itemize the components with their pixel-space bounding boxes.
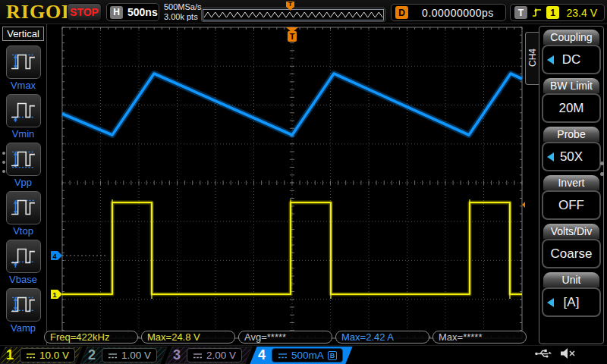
channel-number: 3 <box>173 346 181 364</box>
softkey-value: [A] <box>542 287 601 317</box>
channel-number: 4 <box>258 346 266 364</box>
measure-item-label: Vmax <box>11 80 36 91</box>
measure-item-label: Vmin <box>12 128 35 140</box>
measure-item-vbase[interactable]: Vbase <box>0 240 46 285</box>
vamp-icon <box>6 288 41 322</box>
waveform-ch1-glow <box>62 202 522 294</box>
measurement-readout-2: Max=24.8 V <box>141 331 235 344</box>
vpp-icon <box>6 143 41 176</box>
softkey-volts-div[interactable]: Volts/Div Coarse <box>542 224 601 268</box>
measure-item-vmax[interactable]: Vmax <box>0 46 46 91</box>
softkey-value: Coarse <box>542 239 601 268</box>
speaker-muted-icon <box>560 347 577 359</box>
softkey-title: BW Limit <box>543 78 599 93</box>
softkey-arrow-icon <box>547 55 554 64</box>
acquisition-info: 500MSa/s 3.00k pts <box>164 2 202 22</box>
softkey-arrow-icon <box>547 298 554 307</box>
measurement-readout-5: Max=***** <box>432 331 527 344</box>
dc-coupling-icon <box>193 352 203 359</box>
ch4-ground-marker[interactable]: 4 <box>51 251 62 260</box>
memory-depth: 3.00k pts <box>164 12 202 22</box>
softkey-coupling[interactable]: Coupling DC <box>542 30 601 74</box>
svg-text:T: T <box>290 32 295 41</box>
softkey-probe[interactable]: Probe 50X <box>542 127 601 171</box>
channel-number: 2 <box>88 346 96 364</box>
system-icons <box>534 347 577 359</box>
vmin-icon <box>6 94 41 127</box>
vtop-icon <box>6 191 41 224</box>
channel-scale-box: 500mAB <box>272 348 343 362</box>
svg-text:4: 4 <box>52 253 56 260</box>
channel-menu-tab: CH4 <box>525 32 539 85</box>
run-state-badge[interactable]: STOP <box>67 3 102 21</box>
trigger-edge-icon <box>532 7 542 18</box>
channel-scale-box: 10.0 V <box>20 348 75 362</box>
measure-scroll-dots <box>2 152 5 173</box>
waveform-ch4-glow <box>62 74 522 135</box>
softkey-title: Coupling <box>543 30 599 45</box>
channel-3-status[interactable]: 3 2.00 V <box>167 346 250 364</box>
measure-item-vmin[interactable]: Vmin <box>0 94 46 140</box>
measure-item-vpp[interactable]: Vpp <box>0 143 46 188</box>
trigger-status-box[interactable]: T 1 23.4 V <box>510 4 605 21</box>
measurement-readout-3: Avg=***** <box>238 331 332 344</box>
trigger-icon: T <box>514 6 527 19</box>
channel-menu: CH4 Coupling DC BW Limit 20M Probe 50X I… <box>525 24 607 346</box>
channel-menu-panel: Coupling DC BW Limit 20M Probe 50X Inver… <box>539 26 604 344</box>
delay-value: 0.00000000ps <box>422 7 494 19</box>
graticule <box>62 27 522 338</box>
vmin-icon <box>9 98 38 124</box>
softkey-title: Volts/Div <box>543 224 599 239</box>
measure-menu: Vertical Vmax Vmin Vpp Vtop Vbase Vamp <box>0 24 47 345</box>
vbase-icon <box>9 243 38 269</box>
status-bar: RIGOL STOP H 500ns 500MSa/s 3.00k pts T … <box>0 0 607 24</box>
softkey-value: 20M <box>542 93 601 123</box>
softkey-title: Invert <box>543 175 599 190</box>
vbase-icon <box>6 240 41 273</box>
dc-coupling-icon <box>278 352 288 359</box>
measure-item-vtop[interactable]: Vtop <box>0 191 46 237</box>
vpp-icon <box>9 146 38 172</box>
delay-box[interactable]: D 0.00000000ps <box>391 4 506 21</box>
svg-text:1: 1 <box>52 291 56 299</box>
measure-item-label: Vpp <box>14 177 32 188</box>
channel-2-status[interactable]: 2 1.00 V <box>82 346 165 364</box>
channel-scale-box: 2.00 V <box>187 348 242 362</box>
measurement-readout-1: Freq=422kHz <box>44 331 138 344</box>
dc-coupling-icon <box>108 352 118 359</box>
measurement-bar: Freq=422kHzMax=24.8 VAvg=*****Max=2.42 A… <box>0 331 607 344</box>
measurement-readout-4: Max=2.42 A <box>335 331 429 344</box>
rigol-logo: RIGOL <box>6 1 76 24</box>
softkey-arrow-icon <box>547 152 554 162</box>
vmax-icon <box>9 49 38 75</box>
horizontal-icon: H <box>110 6 123 19</box>
horizontal-scale-box[interactable]: H 500ns <box>106 3 159 21</box>
delay-icon: D <box>395 6 408 19</box>
softkey-value: DC <box>542 45 601 74</box>
measure-menu-title: Vertical <box>2 27 44 41</box>
trigger-position-marker[interactable]: T <box>286 27 298 42</box>
menu-page-dots <box>600 162 604 176</box>
timebase-value: 500ns <box>127 6 158 18</box>
channel-scale-box: 1.00 V <box>102 348 157 362</box>
softkey-unit[interactable]: Unit [A] <box>542 272 601 317</box>
channel-bar: 1 10.0 V 2 1.00 V 3 2.00 V 4 <box>0 345 607 364</box>
dc-coupling-icon <box>26 352 36 359</box>
softkey-invert[interactable]: Invert OFF <box>542 175 601 220</box>
ch1-ground-marker[interactable]: 1 <box>51 290 62 299</box>
softkey-bw-limit[interactable]: BW Limit 20M <box>542 78 601 123</box>
softkey-title: Unit <box>543 272 599 287</box>
measure-item-label: Vtop <box>13 225 33 237</box>
bw-limit-icon: B <box>328 351 338 360</box>
channel-4-status[interactable]: 4 500mAB <box>252 346 351 364</box>
waveform-display: TT41 <box>0 0 607 364</box>
channel-number: 1 <box>6 346 14 364</box>
softkey-title: Probe <box>543 127 599 142</box>
measure-item-vamp[interactable]: Vamp <box>0 288 46 334</box>
oscilloscope-screen: TT41 RIGOL STOP H 500ns 500MSa/s 3.00k p… <box>0 0 607 364</box>
measure-item-label: Vbase <box>9 274 37 285</box>
trigger-level-value: 23.4 V <box>567 7 597 19</box>
vtop-icon <box>9 195 38 221</box>
vmax-icon <box>6 46 41 79</box>
channel-1-status[interactable]: 1 10.0 V <box>0 346 80 364</box>
